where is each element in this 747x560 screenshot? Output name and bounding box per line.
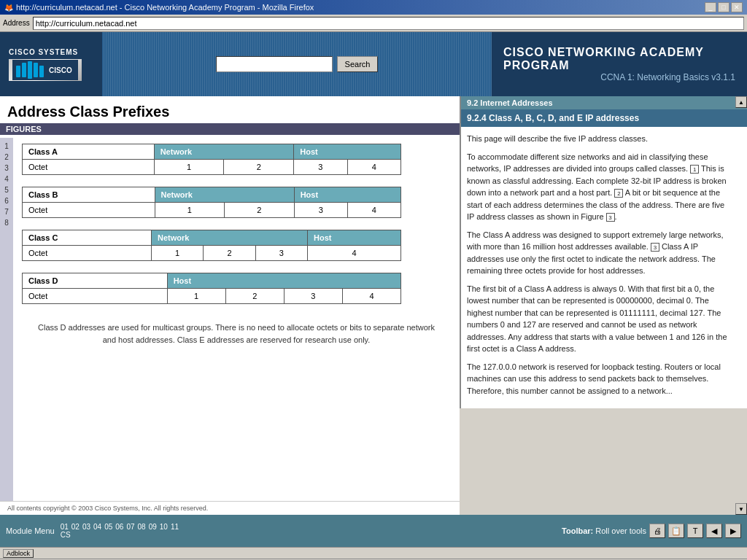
svg-rect-3 [28, 61, 32, 79]
svg-rect-1 [16, 66, 20, 77]
copyright-text: All contents copyright © 2003 Cisco Syst… [0, 501, 460, 515]
class-c-table: Class C Network Host Octet 1 2 3 4 [22, 230, 401, 261]
class-b-host-header: Host [294, 187, 400, 203]
module-menu-label: Module Menu [6, 526, 55, 535]
module-link-05[interactable]: 05 [104, 523, 112, 531]
class-b-octet-3: 3 [294, 203, 347, 218]
toolbar-rollover-text: Roll over tools [595, 526, 646, 535]
adblock-button[interactable]: Adblock [3, 549, 34, 558]
class-a-octet-2: 2 [224, 160, 294, 175]
titlebar-text: http://curriculum.netacad.net - Cisco Ne… [16, 3, 314, 12]
right-panel-nav: 9.2 Internet Addresses [461, 96, 747, 109]
class-b-header: Class B [23, 187, 155, 203]
figure-num-7[interactable]: 7 [0, 206, 13, 217]
address-input[interactable] [33, 17, 744, 30]
class-b-table: Class B Network Host Octet 1 2 3 4 [22, 187, 401, 218]
scroll-up-arrow[interactable]: ▲ [735, 96, 747, 108]
toolbar-btn-notes[interactable]: 📋 [668, 524, 684, 538]
class-b-octet-1: 1 [155, 203, 225, 218]
address-bar: Address [0, 15, 747, 32]
module-link-03[interactable]: 03 [82, 523, 90, 531]
toolbar-label: Toolbar: Roll over tools [562, 526, 646, 535]
left-panel: Address Class Prefixes FIGURES 1 2 3 4 5… [0, 96, 460, 515]
class-c-octet-label: Octet [23, 246, 152, 261]
search-button[interactable]: Search [337, 56, 379, 72]
toolbar-bold-label: Toolbar: [562, 526, 593, 535]
maximize-button[interactable]: □ [718, 2, 729, 12]
class-d-description: Class D addresses are used for multicast… [22, 316, 451, 349]
figure-num-5[interactable]: 5 [0, 184, 13, 195]
module-link-cs[interactable]: CS [61, 531, 71, 539]
module-link-01[interactable]: 01 [61, 523, 69, 531]
class-b-network-header: Network [155, 187, 294, 203]
search-input[interactable] [216, 56, 333, 72]
module-link-11[interactable]: 11 [171, 523, 179, 531]
class-a-octet-4: 4 [347, 160, 400, 175]
toolbar-btn-text[interactable]: T [687, 524, 703, 538]
module-link-07[interactable]: 07 [126, 523, 134, 531]
module-link-row-2: CS [61, 531, 71, 539]
class-d-octet-1: 1 [167, 289, 225, 304]
figure-num-2[interactable]: 2 [0, 152, 13, 163]
class-b-octet-label: Octet [23, 203, 155, 218]
figure-num-3[interactable]: 3 [0, 163, 13, 174]
toolbar-btn-next[interactable]: ▶ [725, 524, 741, 538]
module-link-02[interactable]: 02 [71, 523, 80, 531]
class-c-octet-1: 1 [152, 246, 204, 261]
class-c-header: Class C [23, 230, 152, 246]
right-para-3: The Class A address was designed to supp… [467, 229, 732, 277]
class-a-table: Class A Network Host Octet 1 2 3 4 [22, 144, 401, 175]
class-a-network-header: Network [154, 144, 294, 160]
figure-num-8[interactable]: 8 [0, 217, 13, 228]
class-a-host-header: Host [294, 144, 401, 160]
scroll-down-arrow[interactable]: ▼ [735, 503, 747, 515]
module-link-09[interactable]: 09 [149, 523, 157, 531]
svg-text:CISCO: CISCO [49, 66, 72, 74]
right-para-5: The 127.0.0.0 network is reserved for lo… [467, 361, 732, 397]
module-link-06[interactable]: 06 [115, 523, 123, 531]
class-c-octet-4: 4 [308, 246, 401, 261]
academy-subtitle: CCNA 1: Networking Basics v3.1.1 [600, 72, 735, 82]
right-panel-content[interactable]: This page will describe the five IP addr… [461, 127, 747, 408]
class-d-octet-3: 3 [284, 289, 342, 304]
cisco-systems-text: CISCO SYSTEMS [9, 48, 78, 56]
toolbar-btn-prev[interactable]: ◀ [706, 524, 722, 538]
module-link-08[interactable]: 08 [138, 523, 146, 531]
toolbar-btn-print[interactable]: 🖨 [649, 524, 665, 538]
module-link-10[interactable]: 10 [160, 523, 168, 531]
address-label: Address [3, 19, 30, 27]
figure-num-6[interactable]: 6 [0, 195, 13, 206]
site-header: CISCO SYSTEMS CISCO Search [0, 32, 747, 96]
module-link-04[interactable]: 04 [93, 523, 101, 531]
cisco-logo-image: CISCO [9, 59, 82, 81]
toolbar-right: Toolbar: Roll over tools 🖨 📋 T ◀ ▶ [562, 524, 741, 538]
cisco-logo: CISCO SYSTEMS CISCO [0, 32, 102, 96]
titlebar-controls[interactable]: _ □ ✕ [705, 2, 743, 12]
page-main-title: Address Class Prefixes [7, 104, 452, 120]
svg-rect-4 [34, 63, 38, 77]
firefox-icon: 🦊 [4, 4, 13, 12]
left-content: 1 2 3 4 5 6 7 8 Class A Network [0, 138, 460, 501]
bottom-toolbar: Module Menu 01 02 03 04 05 06 07 08 09 1… [0, 515, 747, 547]
class-a-octet-1: 1 [154, 160, 224, 175]
class-d-host-header: Host [167, 273, 400, 289]
class-c-octet-2: 2 [204, 246, 255, 261]
right-para-4: The first bit of a Class A address is al… [467, 283, 732, 355]
right-para-2: To accommodate different size networks a… [467, 151, 732, 223]
right-panel-wrapper: ▲ 9.2 Internet Addresses 9.2.4 Class A, … [460, 96, 747, 515]
class-a-header: Class A [23, 144, 155, 160]
class-c-host-header: Host [308, 230, 401, 246]
module-links: 01 02 03 04 05 06 07 08 09 10 11 CS [61, 523, 179, 539]
right-panel: 9.2 Internet Addresses 9.2.4 Class A, B,… [460, 96, 747, 408]
tables-area: Class A Network Host Octet 1 2 3 4 [13, 138, 460, 501]
right-para-1: This page will describe the five IP addr… [467, 133, 732, 145]
titlebar: 🦊 http://curriculum.netacad.net - Cisco … [0, 0, 747, 15]
close-button[interactable]: ✕ [731, 2, 743, 12]
academy-title: CISCO NETWORKING ACADEMY PROGRAM [503, 46, 735, 72]
svg-rect-5 [39, 66, 44, 77]
content-area: Address Class Prefixes FIGURES 1 2 3 4 5… [0, 96, 747, 515]
class-c-octet-3: 3 [255, 246, 307, 261]
figure-num-1[interactable]: 1 [0, 141, 13, 152]
minimize-button[interactable]: _ [705, 2, 716, 12]
figure-num-4[interactable]: 4 [0, 174, 13, 184]
